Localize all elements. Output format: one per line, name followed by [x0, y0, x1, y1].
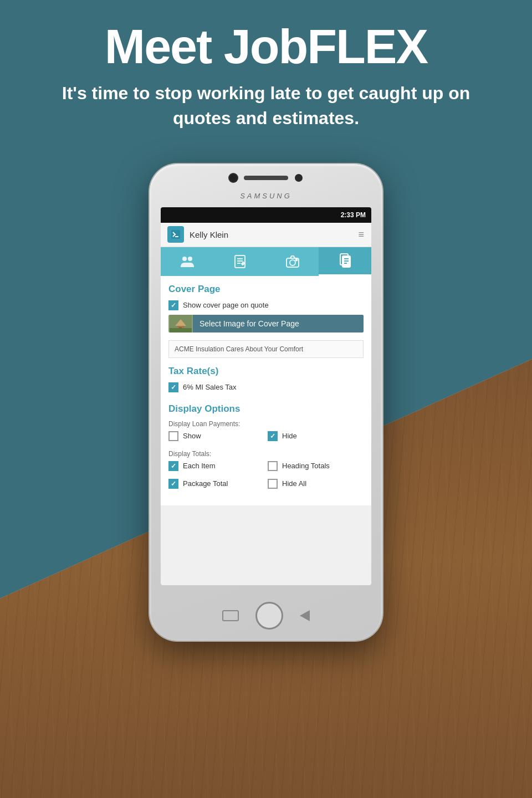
cover-page-title: Cover Page	[168, 284, 364, 295]
company-text: ACME Insulation Cares About Your Comfort	[168, 340, 364, 358]
app-user-name: Kelly Klein	[190, 230, 358, 239]
tab-camera[interactable]	[266, 247, 319, 276]
phone-mockup: SAMSUNG 2:33 PM Kelly Kle	[150, 164, 382, 641]
show-cover-row: ✓ Show cover page on quote	[168, 300, 364, 310]
svg-point-10	[295, 259, 297, 260]
hide-checkbox[interactable]: ✓	[268, 431, 278, 441]
select-image-label: Select Image for Cover Page	[200, 319, 299, 328]
heading-totals-label: Heading Totals	[282, 462, 330, 470]
display-options-title: Display Options	[168, 403, 364, 415]
cover-thumbnail	[168, 315, 193, 332]
hide-all-row: Hide All	[268, 479, 364, 489]
front-camera-left	[229, 174, 237, 182]
hamburger-menu-icon[interactable]: ≡	[358, 229, 365, 241]
app-header: Kelly Klein ≡	[161, 223, 371, 247]
hide-option-row: ✓ Hide	[268, 431, 364, 441]
package-total-label: Package Total	[183, 479, 228, 488]
brand-label: SAMSUNG	[240, 192, 292, 200]
back-button[interactable]	[222, 610, 239, 621]
cover-image-selector[interactable]: Select Image for Cover Page	[168, 315, 364, 332]
phone-speaker	[244, 176, 288, 180]
tax-rate-checkbox[interactable]: ✓	[168, 382, 178, 392]
phone-screen: 2:33 PM Kelly Klein ≡	[161, 207, 371, 585]
app-logo	[167, 226, 184, 243]
subtitle: It's time to stop working late to get ca…	[33, 81, 499, 131]
page-content: Meet JobFLEX It's time to stop working l…	[0, 0, 532, 798]
each-item-checkbox[interactable]: ✓	[168, 461, 178, 471]
show-cover-label: Show cover page on quote	[183, 301, 269, 309]
each-item-row: ✓ Each Item	[168, 461, 264, 471]
status-time: 2:33 PM	[341, 211, 366, 219]
tax-rate-row: ✓ 6% MI Sales Tax	[168, 382, 364, 392]
show-checkbox[interactable]	[168, 431, 178, 441]
select-image-button[interactable]: Select Image for Cover Page	[193, 315, 364, 332]
tab-document[interactable]	[319, 247, 371, 276]
front-camera-right	[295, 174, 303, 182]
screen-main-content: Cover Page ✓ Show cover page on quote	[161, 276, 371, 505]
package-total-checkbox[interactable]: ✓	[168, 479, 178, 489]
checkmark-icon: ✓	[171, 480, 176, 488]
main-title: Meet JobFLEX	[33, 22, 499, 71]
display-loan-label: Display Loan Payments:	[168, 420, 364, 428]
loan-payment-options: Show ✓ Hide	[168, 431, 364, 446]
tax-rates-title: Tax Rate(s)	[168, 366, 364, 377]
show-option-row: Show	[168, 431, 264, 441]
display-totals-options: ✓ Each Item Heading Totals ✓	[168, 461, 364, 493]
tab-people[interactable]	[161, 247, 213, 276]
heading-totals-row: Heading Totals	[268, 461, 364, 471]
package-total-row: ✓ Package Total	[168, 479, 264, 489]
checkmark-icon: ✓	[171, 383, 176, 391]
heading-totals-checkbox[interactable]	[268, 461, 278, 471]
phone-bottom-nav	[222, 602, 310, 630]
hide-all-checkbox[interactable]	[268, 479, 278, 489]
show-label: Show	[183, 432, 201, 440]
show-cover-checkbox[interactable]: ✓	[168, 300, 178, 310]
checkmark-icon: ✓	[171, 301, 176, 309]
svg-rect-20	[170, 328, 192, 332]
phone-top-area	[229, 174, 303, 182]
phone-shell: SAMSUNG 2:33 PM Kelly Kle	[150, 164, 382, 641]
svg-point-2	[182, 257, 187, 261]
checkmark-icon: ✓	[270, 432, 275, 440]
tab-bar	[161, 247, 371, 276]
recent-apps-button[interactable]	[300, 610, 310, 621]
tab-edit[interactable]	[213, 247, 266, 276]
home-button[interactable]	[255, 602, 283, 630]
hide-all-label: Hide All	[282, 479, 306, 488]
header-section: Meet JobFLEX It's time to stop working l…	[0, 0, 532, 142]
thumbnail-image	[170, 315, 192, 332]
display-totals-label: Display Totals:	[168, 450, 364, 458]
svg-point-3	[188, 257, 192, 261]
status-bar: 2:33 PM	[161, 207, 371, 223]
tax-rate-label: 6% MI Sales Tax	[183, 383, 237, 391]
checkmark-icon: ✓	[171, 462, 176, 470]
svg-point-9	[290, 260, 295, 265]
each-item-label: Each Item	[183, 462, 216, 470]
hide-label: Hide	[282, 432, 297, 440]
